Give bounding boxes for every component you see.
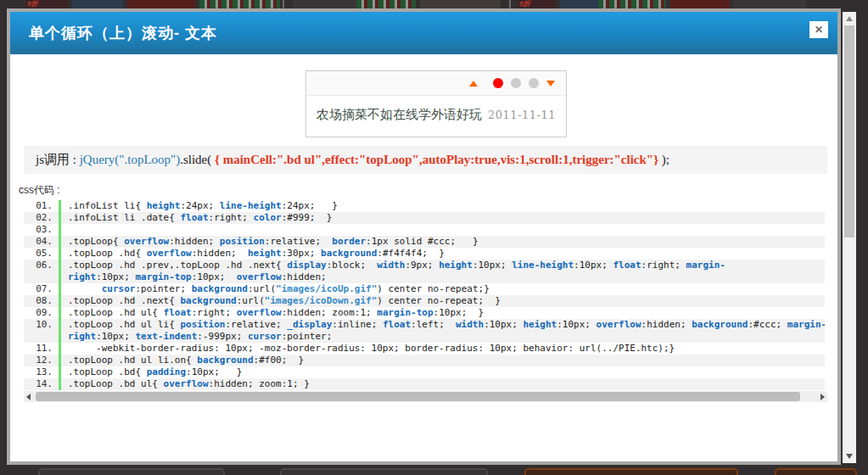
js-call-segment: ); <box>658 153 669 166</box>
code-horizontal-scrollbar[interactable] <box>24 391 827 402</box>
code-line: 12..topLoop .hd ul li.on{ background:#f0… <box>24 355 825 366</box>
background-ad <box>72 0 123 8</box>
scroll-prev-up-arrow-icon[interactable] <box>469 81 478 87</box>
line-number: 06. <box>24 260 59 271</box>
background-ad <box>598 0 666 8</box>
background-ad <box>199 0 280 8</box>
line-number: 03. <box>24 224 59 236</box>
scroll-right-arrow-icon[interactable] <box>820 394 825 400</box>
ad-label: 5折 <box>25 0 68 8</box>
code-text: .infoList li .date{ float:right; color:#… <box>59 212 825 224</box>
background-card <box>280 468 488 475</box>
vertical-scrollbar-thumb[interactable] <box>844 25 854 238</box>
background-card <box>775 468 857 475</box>
line-number: 05. <box>24 248 59 260</box>
code-text: .topLoop .bd ul{ overflow:hidden; zoom:1… <box>59 378 825 390</box>
code-text: .topLoop .hd .prev,.topLoop .hd .next{ d… <box>59 260 825 271</box>
background-ad <box>420 0 501 8</box>
line-number: 07. <box>24 283 59 295</box>
code-line: right:10px; margin-top:10px; overflow:hi… <box>24 271 825 283</box>
code-line: 14..topLoop .bd ul{ overflow:hidden; zoo… <box>24 378 825 390</box>
code-text: .topLoop .bd{ padding:10px; } <box>59 366 825 378</box>
scroll-next-down-arrow-icon[interactable] <box>546 81 555 87</box>
modal-body: 农场摘菜不如在线学外语好玩 2011-11-11 js调用 : jQuery("… <box>10 54 837 461</box>
code-text: right:10px; margin-top:10px; overflow:hi… <box>59 271 825 283</box>
background-ad <box>670 0 730 8</box>
code-text: cursor:pointer; background:url("images/i… <box>59 283 825 295</box>
scroll-down-arrow-icon[interactable] <box>846 454 853 459</box>
background-card <box>524 468 738 475</box>
line-number: 08. <box>24 295 59 307</box>
list-item: 农场摘菜不如在线学外语好玩 2011-11-11 <box>316 104 556 125</box>
code-line: 09..topLoop .hd ul{ float:right; overflo… <box>24 307 825 319</box>
code-line: 02..infoList li .date{ float:right; colo… <box>24 212 825 224</box>
modal-header: 单个循环（上）滚动- 文本 ✕ <box>10 12 837 54</box>
page-vertical-scrollbar[interactable] <box>843 12 856 463</box>
line-number <box>24 271 59 283</box>
pager-dots <box>485 78 539 88</box>
code-line: right:10px; text-indent:-999px; cursor:p… <box>24 331 825 343</box>
toploop-demo-widget: 农场摘菜不如在线学外语好玩 2011-11-11 <box>305 70 567 137</box>
code-text <box>59 224 825 236</box>
background-ad <box>560 0 598 8</box>
background-ad: 5折 <box>25 0 68 8</box>
background-page-banner: 5折 5折 <box>0 0 868 8</box>
code-text: .topLoop .hd .next{ background:url("imag… <box>59 295 825 307</box>
news-item-link[interactable]: 农场摘菜不如在线学外语好玩 <box>316 104 482 125</box>
pager-dot[interactable] <box>511 78 521 88</box>
code-line: 04..topLoop{ overflow:hidden; position:r… <box>24 236 825 248</box>
widget-header <box>306 71 566 96</box>
background-ad: 5折 <box>518 0 556 8</box>
demo-modal: 单个循环（上）滚动- 文本 ✕ 农场摘菜不如在线学外语好玩 <box>7 8 841 465</box>
code-text: right:10px; text-indent:-999px; cursor:p… <box>59 331 825 343</box>
code-line: 08..topLoop .hd .next{ background:url("i… <box>24 295 825 307</box>
close-button[interactable]: ✕ <box>809 21 828 38</box>
page-background: 5折 5折 单个循环（上）滚动- 文本 ✕ <box>0 0 868 475</box>
code-text: -webkit-border-radius: 10px; -moz-border… <box>59 343 825 355</box>
line-number: 04. <box>24 236 59 248</box>
background-ad <box>734 0 806 8</box>
horizontal-scrollbar-thumb[interactable] <box>36 392 800 401</box>
js-call-segment: .slide( <box>180 153 215 166</box>
pager-controls <box>462 78 555 88</box>
code-line: 01..infoList li{ height:24px; line-heigh… <box>24 200 825 212</box>
line-number: 10. <box>24 319 59 331</box>
code-text: .topLoop{ overflow:hidden; position:rela… <box>59 236 825 248</box>
js-call-segment: jQuery(".topLoop") <box>80 153 180 166</box>
scroll-left-arrow-icon[interactable] <box>26 394 31 400</box>
news-item-date: 2011-11-11 <box>488 105 556 126</box>
pager-dot-active[interactable] <box>493 78 503 88</box>
line-number: 09. <box>24 307 59 319</box>
background-ad <box>356 0 416 8</box>
code-text: .infoList li{ height:24px; line-height:2… <box>59 200 825 212</box>
code-text: .topLoop .hd ul li{ position:relative; _… <box>59 319 825 331</box>
code-line: 03. <box>24 224 825 236</box>
js-call-line: js调用 : jQuery(".topLoop").slide( { mainC… <box>24 146 827 174</box>
modal-title: 单个循环（上）滚动- 文本 <box>10 12 837 54</box>
close-icon: ✕ <box>815 24 823 36</box>
scroll-up-arrow-icon[interactable] <box>846 16 853 21</box>
background-card <box>38 468 225 475</box>
background-divider <box>283 0 284 8</box>
line-number: 01. <box>24 200 59 212</box>
js-call-code: jQuery(".topLoop").slide( { mainCell:".b… <box>80 153 669 166</box>
code-line: 05..topLoop .hd{ overflow:hidden; height… <box>24 248 825 260</box>
line-number <box>24 331 59 343</box>
code-text: .topLoop .hd ul{ float:right; overflow:h… <box>59 307 825 319</box>
js-call-segment: { mainCell:".bd ul",effect:"topLoop",aut… <box>215 153 658 166</box>
js-call-label: js调用 : <box>36 153 80 166</box>
line-number: 02. <box>24 212 59 224</box>
css-code-label: css代码 : <box>19 183 60 198</box>
background-ad <box>127 0 195 8</box>
code-text: .topLoop .hd ul li.on{ background:#f00; … <box>59 355 825 366</box>
code-line: 13..topLoop .bd{ padding:10px; } <box>24 366 825 378</box>
widget-body: 农场摘菜不如在线学外语好玩 2011-11-11 <box>306 96 566 133</box>
code-line: 11. -webkit-border-radius: 10px; -moz-bo… <box>24 343 825 355</box>
css-code-listing: 01..infoList li{ height:24px; line-heigh… <box>24 200 825 390</box>
line-number: 13. <box>24 366 59 378</box>
pager-dot[interactable] <box>529 78 539 88</box>
ad-label: 5折 <box>518 0 556 8</box>
line-number: 12. <box>24 355 59 366</box>
code-line: 10..topLoop .hd ul li{ position:relative… <box>24 319 825 331</box>
background-divider <box>509 0 511 8</box>
